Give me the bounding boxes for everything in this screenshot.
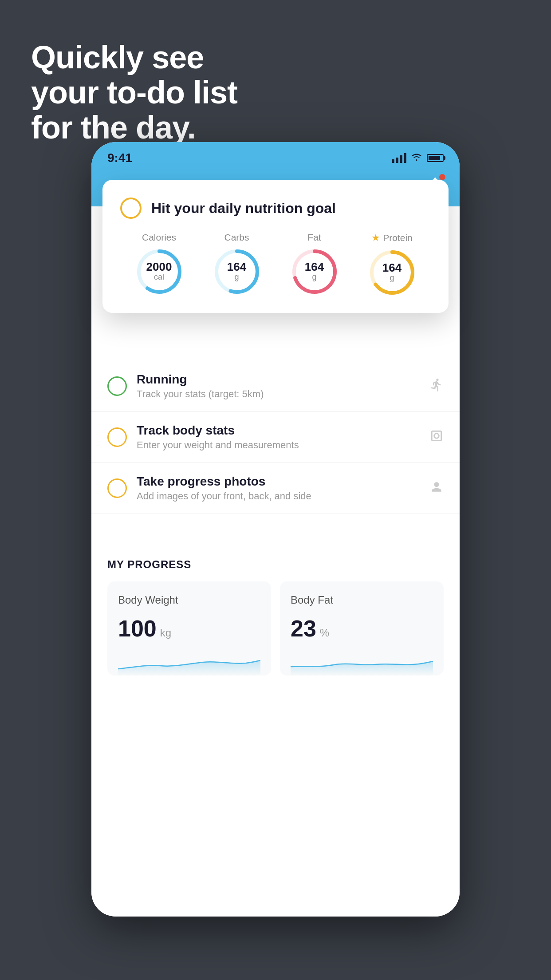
status-bar: 9:41: [91, 142, 460, 170]
nutrition-card-title: Hit your daily nutrition goal: [151, 200, 336, 217]
carbs-label: Carbs: [224, 232, 249, 243]
body-fat-label: Body Fat: [291, 594, 433, 606]
status-time: 9:41: [107, 151, 132, 165]
fat-circle: 164 g: [290, 247, 339, 296]
notification-badge: [439, 174, 445, 180]
todo-text-photos: Take progress photos Add images of your …: [137, 474, 420, 502]
todo-item-running[interactable]: Running Track your stats (target: 5km): [91, 361, 460, 412]
person-icon: [429, 480, 444, 497]
carbs-circle: 164 g: [213, 247, 261, 296]
todo-item-photos[interactable]: Take progress photos Add images of your …: [91, 463, 460, 514]
todo-text-body-stats: Track body stats Enter your weight and m…: [137, 423, 420, 451]
calories-circle: 2000 cal: [135, 247, 184, 296]
nutrition-calories: Calories 2000 cal: [135, 232, 184, 296]
progress-section: MY PROGRESS Body Weight 100 kg: [91, 541, 460, 676]
body-weight-card: Body Weight 100 kg: [107, 581, 271, 676]
progress-cards: Body Weight 100 kg: [107, 581, 444, 676]
body-weight-value: 100: [118, 615, 157, 642]
body-fat-unit: %: [320, 627, 329, 639]
body-fat-chart: [291, 649, 433, 676]
status-icons: [392, 152, 444, 164]
calories-label: Calories: [142, 232, 176, 243]
nutrition-row: Calories 2000 cal Carbs: [120, 232, 431, 297]
card-title-row: Hit your daily nutrition goal: [120, 198, 431, 219]
todo-circle-running: [107, 376, 127, 396]
body-weight-unit: kg: [160, 627, 171, 639]
todo-item-body-stats[interactable]: Track body stats Enter your weight and m…: [91, 412, 460, 463]
wifi-icon: [411, 152, 422, 164]
todo-text-running: Running Track your stats (target: 5km): [137, 372, 420, 400]
signal-icon: [392, 153, 406, 163]
body-weight-value-row: 100 kg: [118, 615, 260, 642]
nutrition-carbs: Carbs 164 g: [213, 232, 261, 296]
nutrition-protein: ★ Protein 164 g: [368, 232, 417, 297]
hero-text: Quickly see your to-do list for the day.: [31, 40, 237, 146]
running-icon: [429, 378, 444, 395]
progress-title: MY PROGRESS: [107, 558, 444, 571]
nutrition-card: Hit your daily nutrition goal Calories 2…: [102, 180, 449, 313]
fat-label: Fat: [307, 232, 321, 243]
body-fat-value: 23: [291, 615, 316, 642]
nutrition-fat: Fat 164 g: [290, 232, 339, 296]
body-weight-chart: [118, 649, 260, 676]
phone-content: THINGS TO DO TODAY Running Track your st…: [91, 206, 460, 917]
protein-star-icon: ★: [371, 232, 380, 244]
body-fat-card: Body Fat 23 %: [280, 581, 444, 676]
nutrition-circle-check: [120, 198, 142, 219]
scale-icon: [429, 429, 444, 446]
todo-circle-photos: [107, 478, 127, 498]
body-fat-value-row: 23 %: [291, 615, 433, 642]
body-weight-label: Body Weight: [118, 594, 260, 606]
protein-circle: 164 g: [368, 248, 417, 297]
battery-icon: [427, 154, 444, 162]
todo-circle-body-stats: [107, 427, 127, 447]
protein-label: ★ Protein: [371, 232, 413, 244]
